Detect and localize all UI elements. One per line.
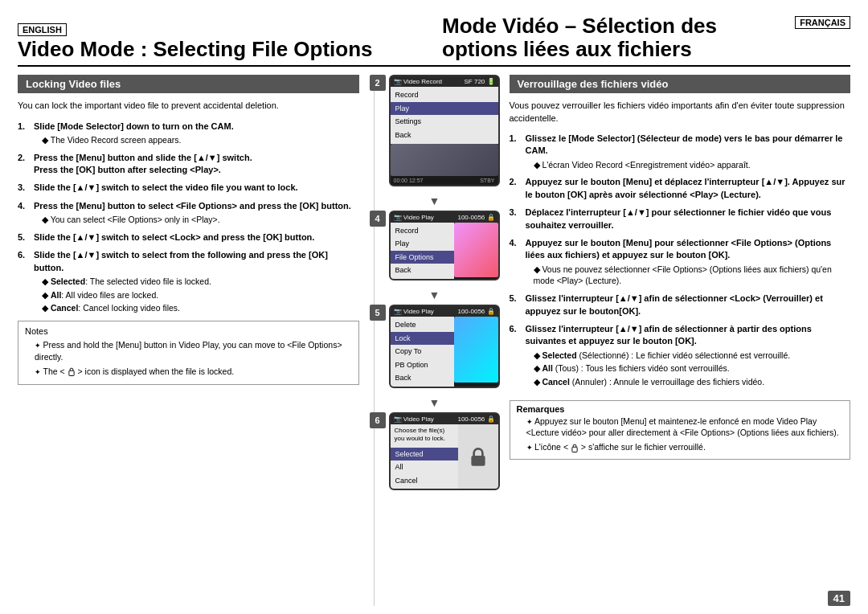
menu-item: Delete [391,318,454,332]
notes-item-2: The < > icon is displayed when the file … [25,366,352,378]
device-screen-2: 📷 Video Record SF 720 🔋 Record Play Sett… [389,75,500,186]
topbar-6: 📷 Video Play 100-0056 🔒 [391,414,498,424]
step-4-fr: 4. Appuyez sur le bouton [Menu] pour sél… [510,237,851,287]
screen-6-body: Choose the file(s) you would to lock. Se… [391,424,498,489]
lock-icon-fr [571,443,579,453]
sub-bullet: You can select <File Options> only in <P… [34,214,351,226]
screens-column: 2 📷 Video Record SF 720 🔋 Record Play Se… [375,75,495,606]
step-num: 5. [18,231,31,244]
menu-2: Record Play Settings Back [391,87,498,143]
menu-item: Play [391,237,454,251]
header-right: Mode Vidéo – Sélection des options liées… [426,14,850,60]
menu-item: Back [391,371,454,385]
notes-item-1: Press and hold the [Menu] button in Vide… [25,339,352,362]
sub-bullet: Selected: The selected video file is loc… [34,276,359,288]
step-num: 3. [510,207,522,231]
intro-en: You can lock the important video file to… [18,100,359,112]
step-num: 2. [18,152,31,177]
menu-6: Selected All Cancel [391,446,458,489]
screen-4-body: Record Play File Options Back [391,223,498,279]
menu-item: Settings [391,115,498,129]
menu-item-selected: Play [391,102,498,116]
step-num: 3. [18,182,31,194]
step-content: Press the [Menu] button and slide the [▲… [34,152,252,177]
sub-bullet: All: All video files are locked. [34,289,359,301]
screen-6-prompt: Choose the file(s) you would to lock. [391,424,458,446]
sub-bullet: Selected (Sélectionné) : Le fichier vidé… [526,350,851,362]
menu-item: Back [391,129,498,142]
page-number: 41 [828,591,850,606]
screen-badge-4: 4 [370,211,386,227]
menu-item: Cancel [391,474,458,488]
sub-bullet: The Video Record screen appears. [34,134,234,146]
topbar-4: 📷 Video Play 100-0056 🔒 [391,212,498,223]
step-content: Appuyez sur le bouton [Menu] pour sélect… [526,237,851,287]
step-5-en: 5. Slide the [▲/▼] switch to select <Loc… [18,231,359,244]
screen-badge-5: 5 [370,305,386,321]
screen-badge-2: 2 [370,75,386,91]
lang-badge-fr: FRANÇAIS [795,16,850,29]
step-6-en: 6. Slide the [▲/▼] switch to select from… [18,249,359,314]
step-content: Slide the [▲/▼] switch to select from th… [34,249,359,314]
screen-block-2: 2 📷 Video Record SF 720 🔋 Record Play Se… [370,75,500,186]
page-header: ENGLISH Video Mode : Selecting File Opti… [18,14,850,67]
step-num: 5. [510,293,522,317]
step-5-fr: 5. Glissez l'interrupteur [▲/▼] afin de … [510,293,851,317]
arrow-down: ▼ [429,195,440,207]
menu-item: PB Option [391,358,454,372]
svg-rect-2 [572,447,577,452]
step-num: 1. [18,121,31,146]
menu-item: Back [391,264,454,277]
step-content: Déplacez l'interrupteur [▲/▼] pour sélec… [526,207,851,231]
intro-fr: Vous pouvez verrouiller les fichiers vid… [510,100,851,125]
step-3-en: 3. Slide the [▲/▼] switch to select the … [18,182,359,194]
step-num: 4. [510,237,522,287]
menu-item-selected: Selected [391,448,458,461]
device-screen-4: 📷 Video Play 100-0056 🔒 Record Play File… [389,211,500,280]
sub-bullet: L'écran Video Record <Enregistrement vid… [526,159,851,171]
menu-item: Copy To [391,345,454,358]
topbar-2: 📷 Video Record SF 720 🔋 [391,76,498,87]
english-column: Locking Video files You can lock the imp… [18,75,375,606]
screen-block-5: 5 📷 Video Play 100-0056 🔒 Delete Lock Co… [370,305,500,388]
step-content: Glissez l'interrupteur [▲/▼] afin de sél… [526,323,851,388]
lang-badge-en: ENGLISH [18,23,67,36]
step-num: 2. [510,176,522,201]
menu-item: All [391,460,458,474]
step-content: Slide [Mode Selector] down to turn on th… [34,121,234,146]
remarques-item-1: Appuyez sur le bouton [Menu] et maintene… [517,415,844,439]
remarques-label: Remarques [517,404,844,414]
sub-bullet: Cancel (Annuler) : Annule le verrouillag… [526,376,851,388]
step-num: 6. [510,323,522,388]
step-4-en: 4. Press the [Menu] button to select <Fi… [18,200,359,226]
sub-bullet: All (Tous) : Tous les fichiers vidéo son… [526,362,851,375]
lock-icon [68,366,76,377]
screen-5-body: Delete Lock Copy To PB Option Back [391,317,498,387]
title-fr: Mode Vidéo – Sélection des options liées… [442,14,788,60]
step-6-fr: 6. Glissez l'interrupteur [▲/▼] afin de … [510,323,851,388]
step-2-en: 2. Press the [Menu] button and slide the… [18,152,359,177]
content-area: Locking Video files You can lock the imp… [18,75,850,606]
lock-display-icon [469,445,487,468]
menu-5: Delete Lock Copy To PB Option Back [391,317,454,387]
arrow-down: ▼ [429,289,440,301]
screen-block-4: 4 📷 Video Play 100-0056 🔒 Record Play Fi… [370,211,500,280]
notes-box: Notes Press and hold the [Menu] button i… [18,321,359,385]
step-3-fr: 3. Déplacez l'interrupteur [▲/▼] pour sé… [510,207,851,231]
topbar-5: 📷 Video Play 100-0056 🔒 [391,306,498,317]
menu-item-selected: File Options [391,251,454,264]
sub-bullet: Vous ne pouvez sélectionner <File Option… [526,264,851,287]
svg-rect-0 [68,370,73,375]
menu-item-selected: Lock [391,332,454,346]
lock-display [458,424,498,489]
header-left: ENGLISH Video Mode : Selecting File Opti… [18,23,426,61]
remarques-box: Remarques Appuyez sur le bouton [Menu] e… [510,400,851,460]
screen-6-menu-area: Choose the file(s) you would to lock. Se… [391,424,458,489]
screen-block-6: 6 📷 Video Play 100-0056 🔒 Choose the fil… [370,412,500,491]
step-1-en: 1. Slide [Mode Selector] down to turn on… [18,121,359,146]
step-1-fr: 1. Glissez le [Mode Selector] (Sélecteur… [510,133,851,170]
device-screen-5: 📷 Video Play 100-0056 🔒 Delete Lock Copy… [389,305,500,388]
title-en: Video Mode : Selecting File Options [18,38,426,61]
screen-badge-6: 6 [370,412,386,428]
sub-bullet: Cancel: Cancel locking video files. [34,302,359,314]
